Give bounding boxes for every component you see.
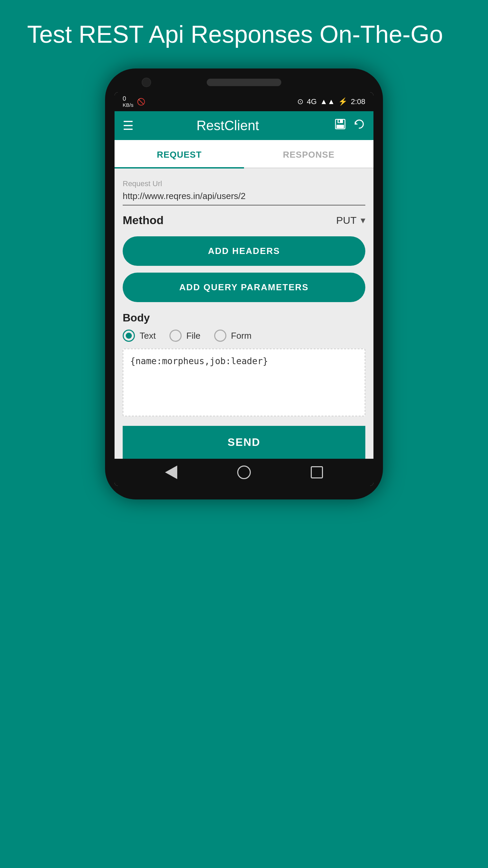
status-kb-label: KB/s (123, 102, 134, 108)
send-button[interactable]: SEND (123, 426, 365, 459)
body-textarea[interactable]: {name:morpheus,job:leader} (123, 349, 365, 416)
radio-file-circle (169, 330, 182, 342)
add-query-params-button[interactable]: ADD QUERY PARAMETERS (123, 273, 365, 302)
toolbar-title: RestClient (142, 118, 314, 133)
phone-camera (142, 78, 151, 87)
phone-frame: 0 KB/s 🚫 ⊙ 4G ▲▲ ⚡ 2:08 ☰ RestClient (105, 68, 383, 499)
request-content: Request Url Method PUT ▾ ADD HEADERS ADD… (115, 169, 373, 459)
svg-rect-2 (337, 125, 344, 128)
radio-text-label: Text (140, 331, 156, 341)
status-bar: 0 KB/s 🚫 ⊙ 4G ▲▲ ⚡ 2:08 (115, 92, 373, 111)
add-headers-button[interactable]: ADD HEADERS (123, 236, 365, 266)
status-signal-icon: ▲▲ (320, 97, 335, 106)
body-section: Body Text File (123, 312, 365, 418)
body-option-text[interactable]: Text (123, 330, 156, 342)
radio-file-label: File (186, 331, 201, 341)
phone-screen: 0 KB/s 🚫 ⊙ 4G ▲▲ ⚡ 2:08 ☰ RestClient (115, 92, 373, 486)
tab-response[interactable]: RESPONSE (244, 140, 373, 167)
menu-button[interactable]: ☰ (123, 119, 134, 133)
status-kb-value: 0 (123, 96, 134, 102)
svg-rect-3 (339, 120, 340, 122)
dropdown-arrow-icon: ▾ (361, 215, 365, 226)
url-label: Request Url (123, 179, 365, 188)
save-button[interactable] (334, 118, 346, 133)
app-toolbar: ☰ RestClient (115, 111, 373, 140)
status-time: 2:08 (351, 97, 365, 106)
radio-text-circle (123, 330, 135, 342)
nav-home-button[interactable] (237, 466, 251, 479)
method-dropdown[interactable]: PUT ▾ (336, 215, 365, 226)
method-label: Method (123, 214, 164, 227)
refresh-button[interactable] (353, 118, 365, 133)
radio-form-circle (214, 330, 226, 342)
status-notifications-icon: 🚫 (137, 98, 145, 106)
status-network: 4G (307, 97, 317, 106)
radio-form-label: Form (231, 331, 252, 341)
body-option-file[interactable]: File (169, 330, 201, 342)
status-wifi-icon: ⊙ (297, 97, 303, 106)
body-radio-row: Text File Form (123, 330, 365, 342)
radio-text-inner (126, 333, 132, 339)
body-option-form[interactable]: Form (214, 330, 252, 342)
page-title: Test REST Api Responses On-The-Go (0, 20, 488, 48)
tab-request[interactable]: REQUEST (115, 140, 244, 167)
url-input[interactable] (123, 191, 365, 205)
svg-rect-1 (338, 119, 343, 123)
bottom-nav (115, 459, 373, 486)
phone-speaker (207, 79, 281, 86)
status-battery-icon: ⚡ (338, 97, 347, 106)
tabs-bar: REQUEST RESPONSE (115, 140, 373, 169)
body-label: Body (123, 312, 365, 324)
method-value: PUT (336, 215, 357, 226)
nav-recents-button[interactable] (311, 466, 323, 478)
nav-back-button[interactable] (165, 466, 177, 479)
